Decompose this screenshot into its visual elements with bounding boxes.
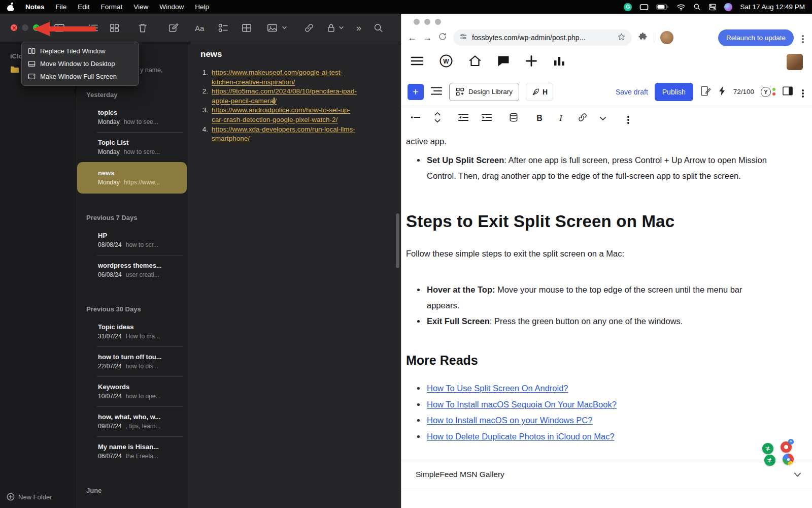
menubar-clock[interactable]: Sat 17 Aug 12:49 PM — [740, 3, 805, 11]
stack-icon[interactable] — [509, 112, 519, 125]
user-avatar[interactable] — [787, 54, 803, 70]
seo-bolt-icon[interactable] — [718, 86, 727, 98]
media-chevron-icon[interactable] — [282, 26, 287, 29]
bold-icon[interactable]: B — [535, 114, 544, 123]
post-content[interactable]: active app. Set Up Split Screen: After o… — [401, 131, 812, 460]
back-icon[interactable]: ← — [408, 33, 417, 43]
profile-avatar[interactable] — [660, 31, 673, 44]
note-link[interactable]: https://www.makeuseof.com/google-ai-test… — [212, 68, 343, 87]
panel-chevron-icon[interactable] — [794, 470, 801, 479]
reload-icon[interactable] — [438, 32, 447, 43]
url-text[interactable]: fossbytes.com/wp-admin/post.php... — [472, 34, 613, 42]
page-edit-icon[interactable] — [700, 85, 711, 99]
link-icon[interactable] — [304, 23, 314, 33]
minimize-button[interactable] — [424, 19, 430, 25]
lock-chevron-icon[interactable] — [339, 26, 344, 29]
menu-edit[interactable]: Edit — [78, 3, 89, 11]
note-list-item[interactable]: how, what, who, w... 09/07/24, tips, lea… — [77, 407, 187, 436]
design-library-button[interactable]: Design Library — [449, 83, 519, 101]
menu-file[interactable]: File — [56, 3, 67, 11]
settings-sidebar-toggle-icon[interactable] — [782, 86, 793, 98]
relaunch-to-update-button[interactable]: Relaunch to update — [718, 29, 794, 46]
close-button[interactable] — [414, 19, 420, 25]
note-list-item[interactable]: Keywords 10/07/24how to ope... — [77, 377, 187, 406]
table-icon[interactable] — [242, 23, 252, 33]
extension-badge[interactable] — [764, 455, 775, 466]
apple-menu-icon[interactable] — [7, 3, 14, 11]
control-center-icon[interactable] — [708, 3, 717, 11]
editor-options-icon[interactable] — [800, 87, 806, 97]
folder-icon[interactable] — [10, 66, 20, 76]
indent-icon[interactable] — [481, 112, 492, 124]
extensions-icon[interactable] — [638, 32, 648, 44]
scrollbar-thumb[interactable] — [396, 213, 399, 268]
menu-item-replace-tiled-window[interactable]: Replace Tiled Window — [24, 45, 137, 57]
content-link[interactable]: How To Install macOS Sequoia On Your Mac… — [427, 400, 617, 409]
list-block-icon[interactable] — [410, 112, 421, 124]
siri-icon[interactable] — [724, 3, 732, 11]
block-inserter-button[interactable]: + — [408, 84, 424, 100]
block-options-icon[interactable] — [625, 114, 631, 123]
close-button[interactable] — [11, 24, 17, 31]
yoast-icon[interactable]: Y — [761, 87, 775, 97]
address-bar[interactable]: fossbytes.com/wp-admin/post.php... — [453, 29, 632, 46]
note-link[interactable]: https://9to5mac.com/2024/08/10/pencilera… — [212, 87, 357, 106]
h-tool-button[interactable]: H — [526, 83, 553, 101]
menu-help[interactable]: Help — [195, 3, 209, 11]
minimize-button[interactable] — [22, 24, 28, 31]
note-list-item[interactable]: HP 08/08/24how to scr... — [77, 226, 187, 255]
wifi-icon[interactable] — [676, 4, 686, 11]
extension-badge[interactable] — [783, 454, 794, 465]
format-chevron-icon[interactable] — [600, 114, 606, 123]
new-content-icon[interactable] — [525, 55, 537, 69]
menu-item-move-window-to-desktop[interactable]: Move Window to Desktop — [24, 57, 137, 70]
block-mover-icon[interactable] — [433, 111, 442, 126]
extension-badge[interactable]: + — [781, 441, 792, 453]
search-icon[interactable] — [374, 23, 383, 33]
display-icon[interactable] — [639, 4, 649, 11]
menu-format[interactable]: Format — [101, 3, 123, 11]
lock-icon[interactable] — [327, 23, 335, 33]
checklist-icon[interactable] — [218, 23, 228, 33]
document-overview-icon[interactable] — [430, 86, 443, 98]
publish-button[interactable]: Publish — [655, 83, 693, 101]
note-list-item[interactable]: wordpress themes... 06/08/24user creati.… — [77, 256, 187, 285]
admin-menu-icon[interactable] — [411, 55, 424, 69]
menubar-app-name[interactable]: Notes — [25, 3, 45, 11]
comments-icon[interactable] — [497, 55, 510, 69]
more-toolbar-icon[interactable]: » — [356, 22, 361, 33]
battery-icon[interactable] — [656, 4, 669, 10]
compose-icon[interactable] — [168, 23, 179, 33]
note-list-item[interactable]: Topic ideas 31/07/24How to ma... — [77, 317, 187, 346]
zoom-button[interactable] — [435, 19, 441, 25]
link-tool-icon[interactable] — [578, 112, 588, 124]
site-settings-icon[interactable] — [459, 33, 467, 43]
spotlight-icon[interactable] — [693, 3, 701, 11]
outdent-icon[interactable] — [458, 112, 469, 124]
note-editor[interactable]: news 1. https://www.makeuseof.com/google… — [188, 42, 401, 508]
content-link[interactable]: How To Use Split Screen On Android? — [427, 384, 568, 393]
italic-icon[interactable]: I — [556, 114, 565, 123]
note-list-item[interactable]: Topic List Mondayhow to scre... — [77, 133, 187, 162]
extension-badge[interactable] — [762, 443, 773, 454]
forward-icon[interactable]: → — [423, 33, 432, 43]
menu-window[interactable]: Window — [159, 3, 184, 11]
content-link[interactable]: How to Install macOS on your Windows PC? — [427, 416, 592, 425]
note-list-item[interactable]: My name is Hisan... 06/07/24the Freela..… — [77, 437, 187, 466]
media-icon[interactable] — [267, 23, 278, 33]
trash-icon[interactable] — [138, 23, 147, 33]
gallery-view-icon[interactable] — [110, 23, 119, 33]
note-list-item[interactable]: topics Mondayhow to see... — [77, 103, 187, 132]
note-link[interactable]: https://www.xda-developers.com/run-local… — [212, 125, 355, 144]
content-link[interactable]: How to Delete Duplicate Photos in iCloud… — [427, 432, 615, 441]
new-folder-button[interactable]: New Folder — [7, 493, 52, 501]
simplefeed-panel[interactable]: SimpleFeed MSN Gallery — [401, 460, 812, 489]
grammarly-icon[interactable]: G — [624, 3, 632, 11]
save-draft-button[interactable]: Save draft — [616, 88, 648, 96]
format-icon[interactable]: Aa — [195, 23, 204, 32]
note-list-item-selected[interactable]: news Mondayhttps://www... — [77, 162, 187, 194]
bookmark-star-icon[interactable] — [617, 33, 626, 43]
note-link[interactable]: https://www.androidpolice.com/how-to-set… — [212, 106, 350, 124]
note-list-item[interactable]: how to turn off tou... 22/07/24how to di… — [77, 347, 187, 376]
browser-menu-icon[interactable] — [800, 33, 806, 42]
